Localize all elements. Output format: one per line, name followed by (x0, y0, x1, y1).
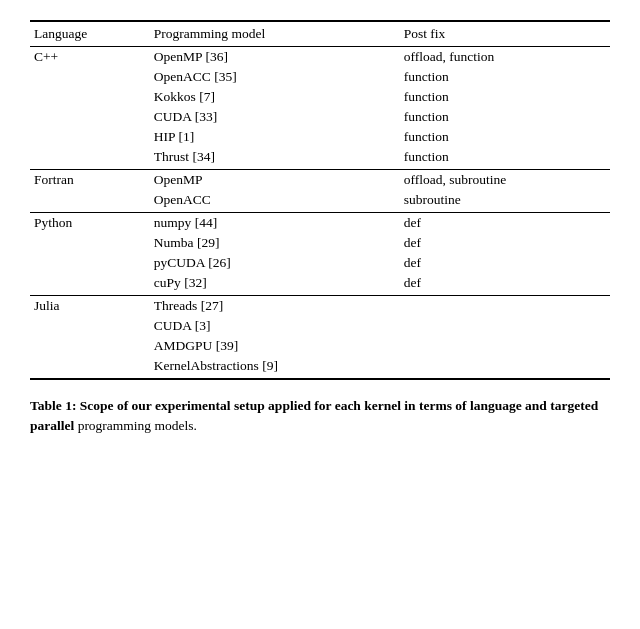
caption-bold: Table 1: Scope of our experimental setup… (30, 398, 598, 433)
table-row: HIP [1]function (30, 127, 610, 147)
model-cell: Thrust [34] (150, 147, 400, 170)
model-cell: OpenACC (150, 190, 400, 213)
model-cell: CUDA [3] (150, 316, 400, 336)
postfix-cell: def (400, 273, 610, 296)
model-cell: KernelAbstractions [9] (150, 356, 400, 379)
lang-cell (30, 107, 150, 127)
model-cell: numpy [44] (150, 213, 400, 234)
table-row: pyCUDA [26]def (30, 253, 610, 273)
model-cell: CUDA [33] (150, 107, 400, 127)
lang-cell (30, 253, 150, 273)
postfix-cell (400, 356, 610, 379)
lang-cell: Fortran (30, 170, 150, 191)
col-header-model: Programming model (150, 21, 400, 47)
postfix-cell (400, 336, 610, 356)
model-cell: Numba [29] (150, 233, 400, 253)
lang-cell (30, 273, 150, 296)
lang-cell (30, 147, 150, 170)
table-row: AMDGPU [39] (30, 336, 610, 356)
table-row: Kokkos [7]function (30, 87, 610, 107)
model-cell: OpenMP [36] (150, 47, 400, 68)
table-row: C++OpenMP [36]offload, function (30, 47, 610, 68)
lang-cell (30, 87, 150, 107)
postfix-cell: def (400, 253, 610, 273)
lang-cell (30, 316, 150, 336)
table-row: FortranOpenMPoffload, subroutine (30, 170, 610, 191)
postfix-cell: def (400, 213, 610, 234)
lang-cell (30, 127, 150, 147)
lang-cell (30, 336, 150, 356)
table-row: CUDA [33]function (30, 107, 610, 127)
lang-cell (30, 67, 150, 87)
postfix-cell: function (400, 87, 610, 107)
postfix-cell: subroutine (400, 190, 610, 213)
model-cell: pyCUDA [26] (150, 253, 400, 273)
lang-cell: C++ (30, 47, 150, 68)
table-row: Thrust [34]function (30, 147, 610, 170)
model-cell: HIP [1] (150, 127, 400, 147)
postfix-cell (400, 316, 610, 336)
lang-cell (30, 356, 150, 379)
postfix-cell: offload, subroutine (400, 170, 610, 191)
lang-cell: Python (30, 213, 150, 234)
model-cell: cuPy [32] (150, 273, 400, 296)
lang-cell (30, 233, 150, 253)
table-row: Pythonnumpy [44]def (30, 213, 610, 234)
model-cell: OpenACC [35] (150, 67, 400, 87)
header-row: Language Programming model Post fix (30, 21, 610, 47)
model-cell: Kokkos [7] (150, 87, 400, 107)
main-table: Language Programming model Post fix C++O… (30, 20, 610, 380)
table-row: JuliaThreads [27] (30, 296, 610, 317)
table-row: CUDA [3] (30, 316, 610, 336)
postfix-cell: function (400, 107, 610, 127)
table-caption: Table 1: Scope of our experimental setup… (30, 396, 610, 437)
postfix-cell: function (400, 147, 610, 170)
model-cell: AMDGPU [39] (150, 336, 400, 356)
table-row: cuPy [32]def (30, 273, 610, 296)
model-cell: Threads [27] (150, 296, 400, 317)
lang-cell: Julia (30, 296, 150, 317)
postfix-cell (400, 296, 610, 317)
table-container: Language Programming model Post fix C++O… (30, 20, 610, 380)
table-row: KernelAbstractions [9] (30, 356, 610, 379)
postfix-cell: offload, function (400, 47, 610, 68)
col-header-postfix: Post fix (400, 21, 610, 47)
postfix-cell: function (400, 67, 610, 87)
col-header-language: Language (30, 21, 150, 47)
table-row: OpenACCsubroutine (30, 190, 610, 213)
postfix-cell: function (400, 127, 610, 147)
model-cell: OpenMP (150, 170, 400, 191)
table-row: OpenACC [35]function (30, 67, 610, 87)
lang-cell (30, 190, 150, 213)
table-row: Numba [29]def (30, 233, 610, 253)
postfix-cell: def (400, 233, 610, 253)
